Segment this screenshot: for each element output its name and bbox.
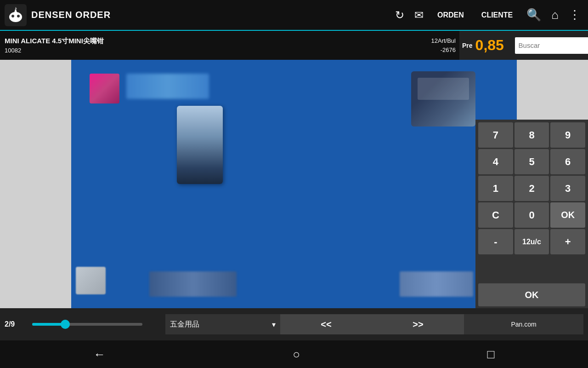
price-value: 0,85 (475, 37, 512, 54)
logo-area: DENSEN ORDER (5, 4, 111, 26)
prev-button[interactable]: << (280, 314, 372, 334)
more-icon[interactable]: ⋮ (566, 5, 583, 25)
home-icon[interactable]: ⌂ (548, 5, 561, 25)
numpad-row-1: 7 8 9 (478, 122, 585, 148)
numpad-row-units: - 12u/c + (478, 229, 585, 254)
product-qty-line1: 12Art/Bul (431, 36, 456, 46)
svg-point-4 (11, 15, 14, 17)
product-thumbnail-bottom-left (76, 267, 106, 294)
product-info: MINI ALICATE 4.5寸MINI尖嘴钳 10082 (0, 31, 400, 60)
dropdown-arrow-icon: ▾ (272, 320, 276, 329)
svg-point-5 (17, 15, 20, 17)
numpad-row-4: C 0 OK (478, 202, 585, 228)
product-qty-line2: -2676 (441, 46, 456, 55)
app-title: DENSEN ORDER (31, 10, 111, 20)
left-panel (0, 60, 71, 308)
android-nav: ← ○ □ (0, 340, 588, 368)
bottom-nav: 2/9 五金用品 ▾ << >> Pan.com (0, 308, 588, 340)
product-code: 10082 (5, 47, 395, 54)
slider-track[interactable] (32, 323, 142, 326)
numpad-1[interactable]: 1 (478, 176, 513, 201)
slider-fill (32, 323, 64, 326)
pan-button[interactable]: Pan.com (464, 314, 583, 334)
numpad-row-2: 4 5 6 (478, 149, 585, 174)
pre-label: Pre (462, 42, 473, 49)
page-counter: 2/9 (5, 320, 28, 328)
orden-button[interactable]: ORDEN (431, 8, 470, 22)
product-name: MINI ALICATE 4.5寸MINI尖嘴钳 (5, 37, 395, 46)
product-bar: MINI ALICATE 4.5寸MINI尖嘴钳 10082 12Art/Bul… (0, 30, 588, 60)
android-home-icon[interactable]: ○ (293, 347, 300, 362)
category-label: 五金用品 (170, 320, 199, 329)
numpad-ok[interactable]: OK (550, 202, 585, 228)
numpad-units[interactable]: 12u/c (514, 229, 549, 254)
refresh-icon[interactable]: ↻ (392, 6, 407, 24)
numpad-2[interactable]: 2 (514, 176, 549, 201)
product-box-right (411, 71, 475, 126)
search-icon[interactable]: 🔍 (524, 5, 544, 25)
slider-thumb[interactable] (61, 320, 70, 329)
product-thumbnail-bottom-right (400, 271, 473, 297)
slider-area[interactable] (28, 323, 165, 326)
numpad-6[interactable]: 6 (550, 149, 585, 174)
price-search-bar: Pre 0,85 Buscar (459, 31, 588, 60)
recent-apps-icon[interactable]: □ (487, 347, 495, 362)
main-content: 7 8 9 4 5 6 1 2 3 C 0 OK - 12u/c + OK (0, 60, 588, 308)
numpad-row-3: 1 2 3 (478, 176, 585, 201)
category-dropdown[interactable]: 五金用品 ▾ (165, 314, 280, 334)
product-image-panel (71, 60, 517, 308)
product-center-item (177, 106, 223, 184)
numpad-7[interactable]: 7 (478, 122, 513, 148)
product-thumbnail-pink (90, 74, 119, 104)
numpad-8[interactable]: 8 (514, 122, 549, 148)
numpad-4[interactable]: 4 (478, 149, 513, 174)
numpad-0[interactable]: 0 (514, 202, 549, 228)
next-button[interactable]: >> (372, 314, 464, 334)
numpad-minus[interactable]: - (478, 229, 513, 254)
cliente-button[interactable]: CLIENTE (475, 8, 519, 22)
ok-bottom-button[interactable]: OK (478, 283, 585, 306)
numpad-clear[interactable]: C (478, 202, 513, 228)
product-text-blurred (126, 74, 209, 99)
numpad-plus[interactable]: + (550, 229, 585, 254)
logo-icon (5, 4, 27, 26)
mail-icon[interactable]: ✉ (412, 6, 426, 24)
back-icon[interactable]: ← (94, 347, 106, 362)
product-thumbnail-bottom-center (149, 271, 237, 297)
numpad-panel: 7 8 9 4 5 6 1 2 3 C 0 OK - 12u/c + OK (475, 120, 588, 309)
numpad-5[interactable]: 5 (514, 149, 549, 174)
numpad-3[interactable]: 3 (550, 176, 585, 201)
product-image-area (71, 60, 517, 308)
numpad-9[interactable]: 9 (550, 122, 585, 148)
buscar-input[interactable] (515, 37, 588, 54)
topbar: DENSEN ORDER ↻ ✉ ORDEN CLIENTE 🔍 ⌂ ⋮ (0, 0, 588, 30)
